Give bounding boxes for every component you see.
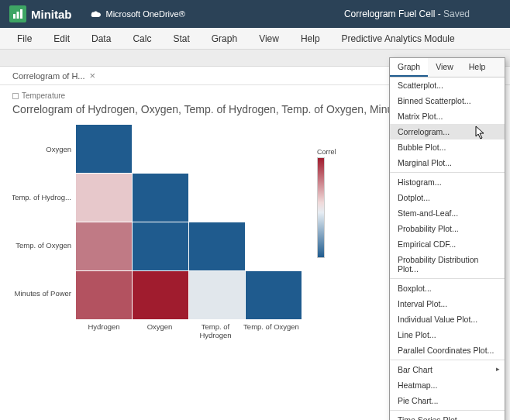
menu-item-marginal-plot[interactable]: Marginal Plot... <box>390 155 505 170</box>
close-icon[interactable]: × <box>90 70 96 81</box>
menu-item-heatmap[interactable]: Heatmap... <box>390 377 505 393</box>
y-label: Temp. of Oxygen <box>12 221 76 269</box>
menu-calc[interactable]: Calc <box>122 33 162 44</box>
app-name: Minitab <box>31 8 72 21</box>
heatmap-cell <box>76 174 132 222</box>
heatmap-cells <box>76 125 302 319</box>
menu-help[interactable]: Help <box>290 33 331 44</box>
title-bar: Minitab Microsoft OneDrive® Correlogram … <box>0 0 510 28</box>
heatmap-cell <box>76 125 132 173</box>
menu-stat[interactable]: Stat <box>162 33 200 44</box>
menu-item-stem-and-leaf[interactable]: Stem-and-Leaf... <box>390 205 505 221</box>
menu-item-boxplot[interactable]: Boxplot... <box>390 278 505 296</box>
onedrive-icon <box>91 10 102 18</box>
svg-rect-2 <box>20 9 22 19</box>
menu-item-time-series-plot[interactable]: Time Series Plot... <box>390 410 505 420</box>
heatmap-cell <box>133 125 188 173</box>
menu-item-interval-plot[interactable]: Interval Plot... <box>390 296 505 312</box>
menu-predictive-analytics-module[interactable]: Predictive Analytics Module <box>331 33 466 44</box>
menu-view[interactable]: View <box>248 33 290 44</box>
menu-item-histogram[interactable]: Histogram... <box>390 172 505 190</box>
y-label: Oxygen <box>12 125 76 173</box>
heatmap-cell <box>133 174 188 222</box>
heatmap-cell <box>189 222 245 270</box>
heatmap-cell <box>189 174 245 222</box>
heatmap-cell <box>76 222 132 270</box>
menu-item-probability-distribution-plot[interactable]: Probability Distribution Plot... <box>390 252 505 277</box>
x-label: Temp. of Oxygen <box>243 322 299 339</box>
menu-item-correlogram[interactable]: Correlogram... <box>390 124 505 139</box>
menu-item-pie-chart[interactable]: Pie Chart... <box>390 393 505 408</box>
minitab-logo-icon <box>9 5 26 22</box>
x-label: Hydrogen <box>76 322 132 339</box>
heatmap-cell <box>246 174 302 222</box>
menu-item-dotplot[interactable]: Dotplot... <box>390 190 505 205</box>
menu-item-bar-chart[interactable]: Bar Chart <box>390 360 505 377</box>
menu-item-scatterplot[interactable]: Scatterplot... <box>390 77 505 93</box>
popup-tab-view[interactable]: View <box>428 58 461 77</box>
heatmap-cell <box>133 271 188 319</box>
document-tab[interactable]: Correlogram of H... × <box>6 70 102 81</box>
document-title: Correlogram Fuel Cell - Saved <box>344 9 470 19</box>
menu-item-empirical-cdf[interactable]: Empirical CDF... <box>390 236 505 252</box>
menu-graph[interactable]: Graph <box>201 33 248 44</box>
menu-item-parallel-coordinates-plot[interactable]: Parallel Coordinates Plot... <box>390 343 505 358</box>
menu-item-probability-plot[interactable]: Probability Plot... <box>390 221 505 236</box>
y-axis-labels: OxygenTemp. of Hydrog...Temp. of OxygenM… <box>12 125 76 319</box>
menu-item-line-plot[interactable]: Line Plot... <box>390 327 505 343</box>
popup-tab-graph[interactable]: Graph <box>390 58 428 77</box>
x-label: Oxygen <box>132 322 188 339</box>
svg-rect-0 <box>13 14 16 19</box>
popup-tabs: GraphViewHelp <box>390 58 505 77</box>
menu-item-individual-value-plot[interactable]: Individual Value Plot... <box>390 312 505 327</box>
heatmap-cell <box>246 222 302 270</box>
storage-location[interactable]: Microsoft OneDrive® <box>91 9 185 19</box>
heatmap-cell <box>76 271 132 319</box>
svg-rect-1 <box>17 12 19 19</box>
x-axis-labels: HydrogenOxygenTemp. of HydrogenTemp. of … <box>76 322 302 339</box>
legend-gradient <box>317 157 325 258</box>
heatmap-cell <box>246 125 302 173</box>
popup-menu-list: Scatterplot...Binned Scatterplot...Matri… <box>390 77 505 420</box>
menu-item-matrix-plot[interactable]: Matrix Plot... <box>390 108 505 124</box>
menu-item-binned-scatterplot[interactable]: Binned Scatterplot... <box>390 93 505 108</box>
graph-menu-popup: GraphViewHelp Scatterplot...Binned Scatt… <box>389 57 505 420</box>
heatmap-cell <box>189 125 245 173</box>
menu-item-bubble-plot[interactable]: Bubble Plot... <box>390 139 505 155</box>
menu-edit[interactable]: Edit <box>43 33 81 44</box>
color-legend: Correl <box>317 148 336 258</box>
heatmap-cell <box>246 271 302 319</box>
heatmap-cell <box>133 222 188 270</box>
menu-file[interactable]: File <box>6 33 43 44</box>
x-label: Temp. of Hydrogen <box>188 322 243 339</box>
crumb-icon <box>12 93 19 99</box>
popup-tab-help[interactable]: Help <box>461 58 494 77</box>
y-label: Minutes of Power <box>12 269 76 317</box>
heatmap-cell <box>189 271 245 319</box>
menu-bar: FileEditDataCalcStatGraphViewHelpPredict… <box>0 28 510 50</box>
menu-data[interactable]: Data <box>81 33 122 44</box>
y-label: Temp. of Hydrog... <box>12 173 76 221</box>
